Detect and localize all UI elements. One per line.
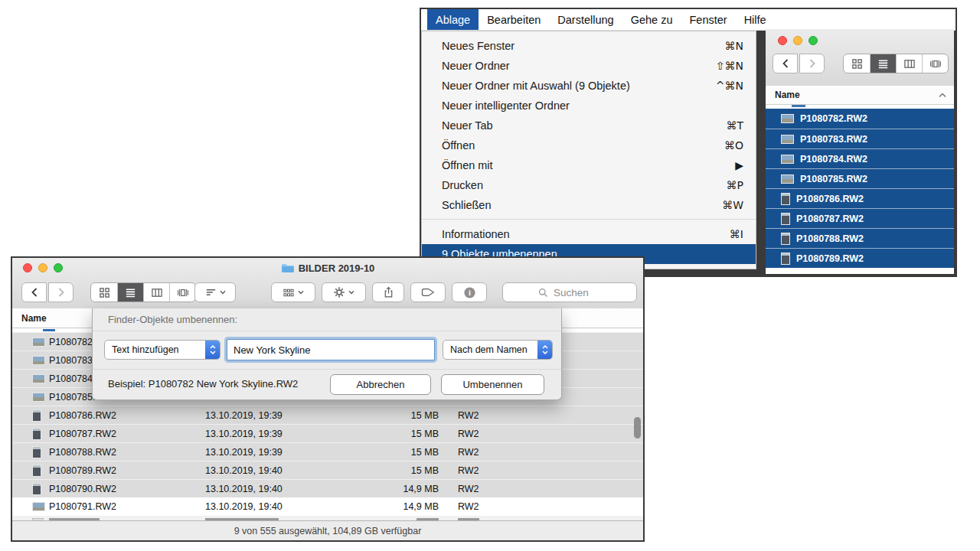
scrollbar-thumb[interactable] [634, 417, 641, 439]
column-view-button[interactable] [896, 54, 922, 73]
tag-button[interactable] [410, 282, 446, 302]
chevron-right-icon [808, 59, 816, 68]
front-finder-window: BILDER 2019-10 [11, 256, 645, 542]
file-row-selected[interactable]: P1080785.RW2 [766, 168, 954, 188]
file-row-selected[interactable]: P1080788.RW2 [766, 228, 954, 248]
menu-item[interactable]: Neuer Tab ⌘T [422, 116, 756, 135]
file-row[interactable]: P1080790.RW2 13.10.2019, 19:40 14,9 MB R… [12, 479, 643, 497]
rename-text-input[interactable] [227, 340, 434, 360]
list-view-button[interactable] [117, 283, 143, 302]
chevron-down-icon [298, 290, 304, 295]
back-button[interactable] [21, 282, 47, 302]
list-view-icon [877, 58, 889, 70]
menu-shortcut: ^⌘N [716, 80, 743, 92]
search-field[interactable] [502, 282, 637, 302]
rename-example-text: Beispiel: P1080782 New York Skyline.RW2 [108, 378, 298, 390]
back-button[interactable] [773, 54, 798, 73]
file-row-selected[interactable]: P1080787.RW2 [766, 208, 954, 228]
menu-item[interactable]: Neuer intelligenter Ordner [422, 96, 756, 116]
menubar-item[interactable]: Ablage [427, 9, 479, 30]
file-thumbnail-icon [781, 233, 790, 245]
minimize-button[interactable] [793, 36, 802, 45]
coverflow-view-button[interactable] [922, 54, 948, 73]
menu-item[interactable]: Öffnen mit ▶ [422, 155, 756, 175]
zoom-button[interactable] [808, 36, 818, 45]
column-header-name[interactable]: Name [766, 86, 954, 105]
file-thumbnail-icon [32, 356, 45, 365]
forward-button[interactable] [48, 282, 74, 302]
menu-shortcut: ⌘I [730, 228, 743, 240]
menu-item[interactable]: Neuer Ordner ⇧⌘N [422, 56, 756, 76]
close-button[interactable] [778, 36, 787, 45]
menu-item[interactable]: Neues Fenster ⌘N [422, 36, 756, 56]
folder-icon [281, 263, 294, 273]
close-button[interactable] [23, 263, 32, 272]
group-button[interactable] [271, 282, 315, 302]
menu-item[interactable]: Neuer Ordner mit Auswahl (9 Objekte) ^⌘N [422, 76, 756, 96]
coverflow-view-button[interactable] [169, 283, 195, 302]
list-view-button[interactable] [870, 54, 896, 73]
file-row[interactable]: P1080787.RW2 13.10.2019, 19:39 15 MB RW2 [12, 424, 643, 442]
file-row[interactable]: P1080791.RW2 13.10.2019, 19:40 14,9 MB R… [12, 497, 643, 516]
list-view-icon [125, 287, 136, 298]
forward-button[interactable] [799, 54, 825, 73]
status-bar: 9 von 555 ausgewählt, 104,89 GB verfügba… [12, 520, 643, 540]
menubar-item[interactable]: Bearbeiten [479, 9, 549, 30]
menu-item[interactable]: Drucken ⌘P [422, 175, 756, 195]
menubar-item[interactable]: Darstellung [549, 9, 622, 30]
file-row-selected[interactable]: P1080789.RW2 [766, 248, 954, 268]
view-switcher [90, 282, 196, 302]
tag-icon [421, 287, 435, 298]
menu-shortcut: ⇧⌘N [716, 60, 743, 72]
gear-icon [333, 286, 345, 298]
icon-view-button[interactable] [844, 54, 870, 73]
chevron-down-icon [348, 290, 354, 295]
chevron-left-icon [31, 288, 38, 297]
rename-position-select[interactable]: Nach dem Namen [443, 340, 553, 360]
grid-view-icon [99, 287, 110, 298]
file-thumbnail-icon [781, 193, 790, 205]
window-chrome: BILDER 2019-10 [12, 258, 643, 309]
search-input[interactable] [552, 286, 601, 299]
file-row-selected[interactable]: P1080782.RW2 [766, 109, 954, 129]
window-chrome [766, 29, 954, 86]
file-row-selected[interactable]: P1080783.RW2 [766, 129, 954, 148]
minimize-button[interactable] [38, 263, 47, 272]
rename-button[interactable]: Umbenennen [441, 374, 544, 395]
action-menu-button[interactable] [322, 282, 366, 302]
rename-text-field [227, 339, 435, 360]
rename-dialog: Finder-Objekte umbenennen: Text hinzufüg… [92, 308, 562, 400]
icon-view-button[interactable] [91, 283, 117, 302]
menu-shortcut: ⌘P [727, 179, 743, 191]
file-thumbnail-icon [32, 409, 41, 422]
cancel-button[interactable]: Abbrechen [330, 374, 431, 395]
column-view-button[interactable] [143, 283, 169, 302]
file-list: P1080782.RW2 P1080783.RW2 P1080784.RW2 P… [766, 109, 954, 274]
file-thumbnail-icon [781, 155, 794, 164]
menubar-item[interactable]: Fenster [681, 9, 735, 30]
file-thumbnail-icon [32, 483, 41, 495]
menu-item[interactable]: Öffnen ⌘O [422, 135, 756, 155]
file-row-selected[interactable]: P1080784.RW2 [766, 148, 954, 168]
file-row[interactable]: P1080788.RW2 13.10.2019, 19:39 15 MB RW2 [12, 442, 643, 461]
file-thumbnail-icon [32, 393, 45, 402]
file-row-selected[interactable]: P1080786.RW2 [766, 188, 954, 208]
file-row[interactable]: P1080786.RW2 13.10.2019, 19:39 15 MB RW2 [12, 406, 643, 424]
menu-bar: AblageBearbeitenDarstellungGehe zuFenste… [421, 9, 956, 31]
menu-item[interactable]: Schließen ⌘W [422, 195, 756, 215]
arrange-button[interactable] [194, 282, 236, 302]
menubar-item[interactable]: Hilfe [736, 9, 775, 30]
file-row[interactable]: P1080789.RW2 13.10.2019, 19:40 15 MB RW2 [12, 461, 643, 479]
share-button[interactable] [372, 282, 404, 302]
menu-item[interactable]: Informationen ⌘I [422, 224, 756, 244]
grid-view-icon [851, 58, 863, 70]
info-button[interactable]: i [452, 282, 487, 302]
rename-action-select[interactable]: Text hinzufügen [104, 340, 220, 360]
menu-separator [422, 219, 756, 220]
sort-ascending-icon [939, 93, 946, 98]
zoom-button[interactable] [54, 263, 63, 272]
dialog-title: Finder-Objekte umbenennen: [93, 308, 561, 331]
view-switcher [843, 54, 949, 73]
menubar-item[interactable]: Gehe zu [622, 9, 681, 30]
file-thumbnail-icon [781, 114, 794, 123]
